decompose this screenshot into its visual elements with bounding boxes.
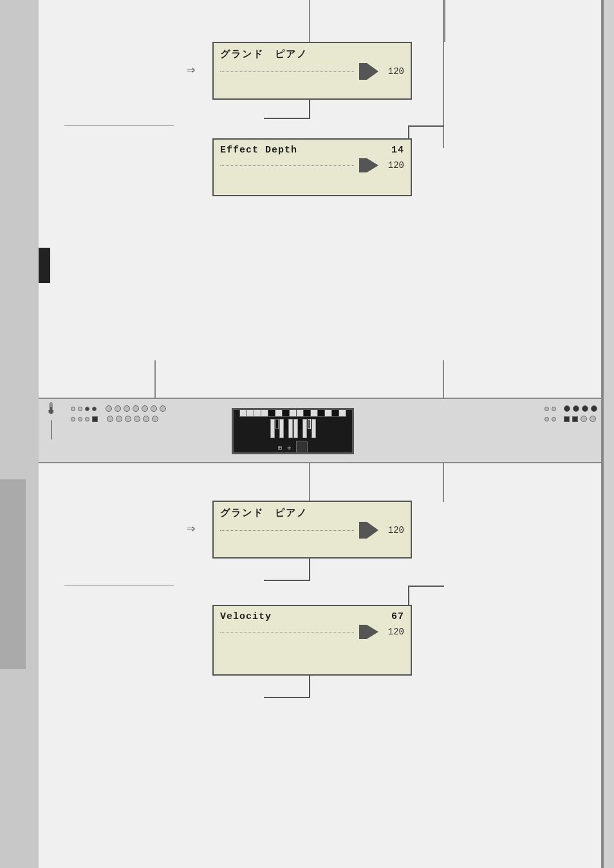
effect-top-line <box>408 125 409 140</box>
dot-r1-4 <box>573 405 579 412</box>
key-w5 <box>302 419 307 438</box>
key-w3 <box>288 419 293 438</box>
sidebar-accent <box>0 479 26 669</box>
lcd-dotted-line-1 <box>220 71 354 72</box>
vel-h-line <box>264 697 310 698</box>
dot-2-7 <box>125 416 131 422</box>
key-w4 <box>293 419 298 438</box>
dot-2-4 <box>92 416 98 422</box>
lcd-effect-depth-bar: 120 <box>214 157 411 174</box>
panel-icon-1: ⊞ <box>278 444 282 452</box>
dot-1-5 <box>106 405 112 412</box>
panel-icon-area: 🌡 <box>44 402 59 439</box>
dot-row-r2 <box>544 416 597 422</box>
left-dot-group <box>71 405 166 422</box>
dot-1-6 <box>115 405 121 412</box>
key-active <box>308 419 311 429</box>
dot-row-1 <box>71 405 166 412</box>
svg-marker-5 <box>367 522 378 539</box>
content-area: グランド ピアノ 120 ⇒ <box>39 0 602 868</box>
lcd-effect-depth-value: 14 <box>391 145 404 156</box>
lcd-cursor-4 <box>359 625 378 639</box>
panel-block <box>296 441 308 455</box>
lcd-cursor-2 <box>359 158 378 172</box>
dot-1-8 <box>133 405 139 412</box>
effect-top-h-line <box>408 125 444 127</box>
bot-vert-line-2 <box>443 463 444 502</box>
lcd-dotted-line-4 <box>220 632 354 633</box>
arrow-icon-bottom: ⇒ <box>187 520 195 537</box>
dot-row-r1 <box>544 405 597 412</box>
vel-top-v-line <box>408 586 409 606</box>
lcd-velocity-label: Velocity <box>220 611 272 622</box>
lcd-bot1-h-line <box>264 580 310 581</box>
keyboard-container: ⊞ ✲ <box>234 408 352 454</box>
lcd-grand-piano-bar: 120 <box>214 62 411 81</box>
underline-1 <box>64 125 174 126</box>
top-vert-line-2 <box>444 0 445 42</box>
right-dot-group <box>544 405 597 422</box>
key-b2 <box>284 419 288 429</box>
lcd-grand-piano-bottom-bar: 120 <box>214 521 411 540</box>
dot-r1-3 <box>564 405 570 412</box>
lcd-grand-piano-bottom: グランド ピアノ 120 <box>212 501 412 559</box>
panel-lcd-display: ⊞ ✲ <box>232 408 354 454</box>
key-w1 <box>270 419 275 438</box>
dot-r2-4 <box>572 416 578 422</box>
dot-1-9 <box>142 405 148 412</box>
dot-r1-6 <box>591 405 597 412</box>
panel-bottom-icons: ⊞ ✲ <box>278 441 308 455</box>
lcd-dotted-line-2 <box>220 165 354 166</box>
dot-2-9 <box>143 416 149 422</box>
dot-r1-1 <box>544 407 549 411</box>
dot-r1-5 <box>582 405 588 412</box>
panel-bar <box>239 408 346 417</box>
svg-rect-4 <box>359 522 367 539</box>
icon-line <box>51 420 52 439</box>
lcd1-bottom-line <box>309 100 310 119</box>
dot-2-6 <box>116 416 122 422</box>
device-panel: 🌡 <box>39 398 602 463</box>
lcd-velocity: Velocity 67 120 <box>212 605 412 676</box>
lcd-velocity-sub-value: 120 <box>385 627 404 637</box>
underline-2 <box>64 586 174 586</box>
dot-r2-1 <box>544 417 549 421</box>
vel-top-h-line <box>408 586 444 587</box>
svg-marker-3 <box>367 158 378 172</box>
dot-r1-2 <box>552 407 556 411</box>
lcd-grand-piano-bottom-title: グランド ピアノ <box>214 502 411 521</box>
key-w2 <box>279 419 284 438</box>
lcd-grand-piano-bottom-value: 120 <box>385 525 404 535</box>
dot-2-2 <box>78 417 82 421</box>
vel-bottom-line <box>309 676 310 698</box>
lcd-velocity-value: 67 <box>391 611 404 622</box>
dot-1-2 <box>78 407 82 411</box>
lcd-effect-depth-label: Effect Depth <box>220 145 297 156</box>
panel-vert-line-left <box>154 360 156 399</box>
piano-keys <box>270 419 316 438</box>
lcd-velocity-title: Velocity 67 <box>214 606 411 623</box>
svg-rect-6 <box>359 625 367 639</box>
lcd-cursor-1 <box>359 63 378 80</box>
svg-rect-0 <box>359 63 367 80</box>
dot-2-8 <box>134 416 140 422</box>
lcd-dotted-line-3 <box>220 530 354 531</box>
dot-r2-3 <box>564 416 570 422</box>
lcd-effect-depth: Effect Depth 14 120 <box>212 138 412 196</box>
lcd-grand-piano-top: グランド ピアノ 120 <box>212 42 412 100</box>
dot-row-2 <box>71 416 166 422</box>
dot-r2-5 <box>581 416 587 422</box>
lcd-cursor-3 <box>359 522 378 539</box>
dot-2-10 <box>152 416 158 422</box>
svg-marker-7 <box>367 625 378 639</box>
lcd1-h-line <box>264 118 310 119</box>
lcd-velocity-bar: 120 <box>214 623 411 640</box>
dot-1-7 <box>124 405 130 412</box>
svg-marker-1 <box>367 63 378 80</box>
dot-2-3 <box>85 417 89 421</box>
right-border-line <box>601 0 602 868</box>
dot-r2-2 <box>552 417 556 421</box>
lcd-grand-piano-value-top: 120 <box>385 66 404 77</box>
arrow-icon-top: ⇒ <box>187 61 195 78</box>
lcd-bot1-bottom-line <box>309 559 310 581</box>
